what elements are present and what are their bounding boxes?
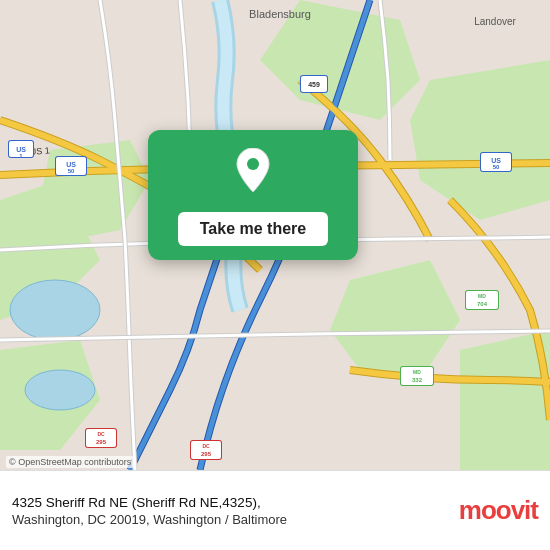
navigation-card[interactable]: Take me there [148,130,358,260]
svg-text:US: US [16,146,26,153]
svg-text:704: 704 [477,301,488,307]
svg-text:Landover: Landover [474,16,516,27]
location-pin-icon [231,148,275,202]
bottom-bar: 4325 Sheriff Rd NE (Sheriff Rd NE,4325),… [0,470,550,550]
svg-text:50: 50 [68,168,75,174]
svg-text:MD: MD [478,293,486,299]
svg-point-8 [25,370,95,410]
svg-text:US: US [491,157,501,164]
svg-text:50: 50 [493,164,500,170]
svg-point-52 [247,158,259,170]
svg-text:US: US [66,161,76,168]
map-container: US 1 ● US 1 US 50 US 50 US 50 459 DC 295 [0,0,550,470]
svg-text:295: 295 [201,451,212,457]
address-main: 4325 Sheriff Rd NE (Sheriff Rd NE,4325), [12,494,449,513]
svg-text:DC: DC [97,431,105,437]
svg-text:332: 332 [412,377,423,383]
svg-point-7 [10,280,100,340]
address-block: 4325 Sheriff Rd NE (Sheriff Rd NE,4325),… [12,494,449,528]
svg-text:295: 295 [96,439,107,445]
address-sub: Washington, DC 20019, Washington / Balti… [12,512,449,527]
moovit-logo-text: moovit [459,495,538,526]
osm-attribution: © OpenStreetMap contributors [6,456,134,468]
svg-text:DC: DC [202,443,210,449]
take-me-there-button[interactable]: Take me there [178,212,328,246]
svg-text:MD: MD [413,369,421,375]
svg-text:Bladensburg: Bladensburg [249,8,311,20]
moovit-logo: moovit [459,495,538,526]
svg-text:459: 459 [308,81,320,88]
